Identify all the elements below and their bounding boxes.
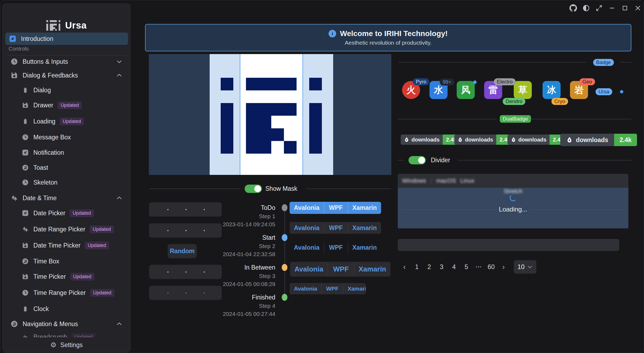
loading-panel: Windows | macOS Linux Stretch Loading...	[398, 174, 628, 228]
page-size-select[interactable]: 10	[514, 260, 536, 274]
pagination-page-3[interactable]: 3	[437, 260, 446, 273]
sidebar-item-label: Dialog	[33, 87, 51, 94]
download-icon	[404, 137, 409, 142]
badge-tile-cryo: 冰	[543, 81, 561, 99]
divider-line	[458, 160, 631, 160]
pagination-page-1[interactable]: 1	[412, 260, 422, 273]
loading-spinner-icon	[510, 194, 517, 201]
sidebar-item-date-time[interactable]: Date & Time	[7, 192, 126, 204]
divider-toggle[interactable]	[409, 156, 426, 164]
dual-badge-label: downloads	[411, 137, 439, 143]
minimize-icon[interactable]	[607, 3, 617, 13]
button-avalonia[interactable]: Avalonia	[290, 262, 328, 277]
pagination-page-4[interactable]: 4	[449, 260, 459, 273]
chevron-down-icon	[527, 264, 533, 270]
button-xamarin[interactable]: Xamarin	[348, 202, 381, 214]
sidebar-item-clock[interactable]: Clock	[7, 303, 126, 315]
sidebar-item-drawer[interactable]: Drawer Updated	[7, 99, 126, 111]
sidebar-item-navigation-menus[interactable]: Navigation & Menus	[7, 318, 126, 330]
sidebar-item-label: Date Time Picker	[33, 242, 80, 249]
button-avalonia[interactable]: Avalonia	[290, 242, 324, 253]
sidebar-item-label: Notification	[33, 149, 64, 156]
theme-toggle-icon[interactable]	[581, 3, 592, 13]
button-group-large: Avalonia WPF Xamarin	[290, 262, 390, 277]
pagination-page-2[interactable]: 2	[424, 260, 434, 273]
step-title: Start	[189, 234, 275, 241]
sidebar-item-buttons-inputs[interactable]: Buttons & Inputs	[7, 55, 126, 68]
show-mask-toggle[interactable]	[245, 185, 262, 193]
dualbadge-section-pill: DualBadge	[500, 115, 531, 123]
button-xamarin[interactable]: Xamarin	[348, 242, 381, 253]
button-wpf[interactable]: WPF	[324, 242, 348, 253]
sidebar-item-dialog-feedbacks[interactable]: Dialog & Feedbacks	[7, 69, 126, 82]
sidebar-item-message-box[interactable]: Message Box	[7, 131, 126, 143]
welcome-banner: i Welcome to IRIHI Technology! Aesthetic…	[145, 24, 631, 51]
sidebar-item-label: Date Picker	[33, 210, 65, 217]
github-icon[interactable]	[568, 3, 579, 13]
close-icon[interactable]	[632, 3, 643, 13]
pagination-ellipsis[interactable]: •••	[474, 260, 484, 273]
sidebar-item-label: Navigation & Menus	[23, 320, 78, 328]
tab-macos[interactable]: macOS	[436, 177, 456, 184]
button-wpf[interactable]: WPF	[324, 222, 348, 234]
settings-label: Settings	[60, 341, 83, 349]
sidebar-item-time-range-picker[interactable]: Time Range Picker Updated	[7, 287, 126, 299]
sidebar-item-label: Time Range Picker	[33, 289, 86, 296]
sidebar-item-date-range-picker[interactable]: Date Range Picker Updated	[7, 223, 126, 235]
battery-icon	[22, 87, 29, 93]
button-wpf[interactable]: WPF	[322, 283, 343, 294]
pagination-page-60[interactable]: 60	[486, 260, 496, 273]
sidebar-item-loading[interactable]: Loading Updated	[7, 115, 126, 128]
loading-text: Loading...	[496, 206, 530, 213]
sidebar-item-time-box[interactable]: Time Box	[7, 255, 126, 267]
pagination-page-5[interactable]: 5	[462, 260, 471, 273]
irihi-pixel-logo	[221, 78, 322, 154]
badge-geo: Geo	[579, 78, 595, 85]
sidebar-item-dialog[interactable]: Dialog	[7, 84, 126, 96]
button-wpf[interactable]: WPF	[324, 202, 348, 214]
button-xamarin[interactable]: Xamarin	[354, 262, 390, 277]
button-xamarin[interactable]: Xamarin	[343, 283, 366, 294]
sidebar-item-label: Loading	[33, 118, 55, 125]
button-group-borderless: Avalonia WPF Xamarin	[290, 242, 381, 253]
divider-line	[529, 119, 631, 119]
sidebar-item-notification[interactable]: Notification	[7, 146, 126, 159]
dual-badge-label: downloads	[576, 136, 608, 144]
battery-icon	[22, 306, 29, 312]
ursa-logo-icon	[46, 20, 60, 31]
sidebar-item-label: Dialog & Feedbacks	[23, 72, 78, 79]
sidebar-item-introduction[interactable]: Introduction	[5, 33, 128, 45]
pagination-next[interactable]: ›	[499, 260, 508, 273]
updated-badge: Updated	[60, 118, 84, 125]
clock-icon	[22, 134, 29, 140]
updated-badge: Updated	[90, 225, 114, 233]
step-label: Step 1	[189, 213, 275, 220]
tab-windows[interactable]: Windows	[402, 177, 426, 184]
sidebar-item-date-picker[interactable]: Date Picker Updated	[7, 207, 126, 219]
sidebar-item-skeleton[interactable]: Skeleton	[7, 176, 126, 189]
maximize-icon[interactable]	[620, 3, 630, 13]
settings-button[interactable]: ⚙ Settings	[3, 337, 130, 352]
gear-icon: ⚙	[50, 341, 57, 348]
steps-connector-line	[284, 211, 285, 297]
sidebar-item-time-picker[interactable]: Time Picker Updated	[7, 270, 126, 283]
page-size-value: 10	[518, 263, 525, 271]
button-wpf[interactable]: WPF	[328, 262, 354, 277]
expand-icon[interactable]	[594, 3, 604, 13]
button-avalonia[interactable]: Avalonia	[290, 222, 324, 234]
updated-badge: Updated	[90, 289, 114, 297]
sidebar-item-toast[interactable]: Toast	[7, 161, 126, 174]
pagination-prev[interactable]: ‹	[400, 260, 409, 273]
tab-linux[interactable]: Linux	[460, 177, 474, 184]
button-avalonia[interactable]: Avalonia	[290, 283, 322, 294]
button-avalonia[interactable]: Avalonia	[290, 202, 324, 214]
badge-electro: Electro	[494, 78, 516, 85]
dual-badge-large: downloads 2.4k	[560, 134, 637, 146]
step-title: Finished	[189, 294, 275, 301]
badge-standalone-dot	[620, 90, 623, 93]
chevron-down-icon	[116, 59, 122, 66]
sidebar-item-date-time-picker[interactable]: Date Time Picker Updated	[7, 239, 126, 252]
button-xamarin[interactable]: Xamarin	[348, 222, 381, 234]
dual-badge-value: 2.4k	[614, 134, 637, 146]
divider-line	[306, 189, 391, 189]
